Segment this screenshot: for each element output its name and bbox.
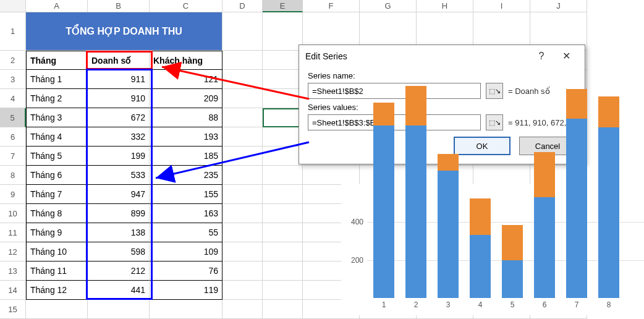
series-name-range-button[interactable]: ⬚↘	[486, 83, 503, 99]
cell-d1[interactable]	[222, 12, 263, 51]
cell-customers-7[interactable]: 155	[150, 185, 222, 204]
cell-revenue-8[interactable]: 899	[88, 204, 150, 223]
cell-customers-1[interactable]: 121	[150, 70, 222, 89]
cell-blank[interactable]	[222, 185, 263, 204]
row-header-14[interactable]: 14	[0, 281, 26, 300]
col-header-g[interactable]: G	[360, 0, 417, 12]
cell-month-8[interactable]: Tháng 8	[26, 204, 88, 223]
cell-month-11[interactable]: Tháng 11	[26, 262, 88, 281]
cell-month-7[interactable]: Tháng 7	[26, 185, 88, 204]
cell-revenue-12[interactable]: 441	[88, 281, 150, 300]
row-header-10[interactable]: 10	[0, 204, 26, 223]
cell-blank[interactable]	[263, 70, 303, 89]
cell-blank[interactable]	[263, 185, 303, 204]
cell-revenue-3[interactable]: 672	[88, 108, 150, 127]
col-header-c[interactable]: C	[150, 0, 222, 12]
row-header-6[interactable]: 6	[0, 127, 26, 147]
cell-d15[interactable]	[222, 300, 263, 319]
cell-blank[interactable]	[263, 204, 303, 223]
cell-d2[interactable]	[222, 51, 263, 70]
cell-customers-4[interactable]: 193	[150, 127, 222, 147]
col-header-j[interactable]: J	[530, 0, 587, 12]
cell-month-3[interactable]: Tháng 3	[26, 108, 88, 127]
cell-e15[interactable]	[263, 300, 303, 319]
cell-month-9[interactable]: Tháng 9	[26, 223, 88, 242]
chart-bar-7[interactable]	[566, 89, 587, 298]
row-header-9[interactable]: 9	[0, 185, 26, 204]
row-header-8[interactable]: 8	[0, 166, 26, 185]
cell-revenue-4[interactable]: 332	[88, 127, 150, 147]
row-header-2[interactable]: 2	[0, 51, 26, 70]
cell-b15[interactable]	[88, 300, 150, 319]
cell-blank[interactable]	[222, 242, 263, 262]
cell-customers-10[interactable]: 109	[150, 242, 222, 262]
table-title[interactable]: TỔNG HỢP DOANH THU	[26, 12, 222, 51]
cell-blank[interactable]	[263, 262, 303, 281]
row-header-15[interactable]: 15	[0, 300, 26, 319]
dialog-close-button[interactable]: ✕	[554, 47, 578, 66]
cell-customers-2[interactable]: 209	[150, 89, 222, 108]
cell-blank[interactable]	[222, 147, 263, 166]
chart-bar-3[interactable]	[438, 154, 459, 298]
cell-revenue-5[interactable]: 199	[88, 147, 150, 166]
row-header-3[interactable]: 3	[0, 70, 26, 89]
cell-revenue-2[interactable]: 910	[88, 89, 150, 108]
cell-blank[interactable]	[263, 108, 303, 127]
col-header-f[interactable]: F	[303, 0, 360, 12]
chart-bar-8[interactable]	[598, 96, 619, 298]
cell-customers-8[interactable]: 163	[150, 204, 222, 223]
cell-month-2[interactable]: Tháng 2	[26, 89, 88, 108]
cell-blank[interactable]	[222, 70, 263, 89]
chart-bar-5[interactable]	[502, 225, 523, 298]
cell-blank[interactable]	[263, 147, 303, 166]
col-header-a[interactable]: A	[26, 0, 88, 12]
cell-revenue-6[interactable]: 533	[88, 166, 150, 185]
cell-month-12[interactable]: Tháng 12	[26, 281, 88, 300]
cell-revenue-9[interactable]: 138	[88, 223, 150, 242]
row-header-4[interactable]: 4	[0, 89, 26, 108]
cell-a15[interactable]	[26, 300, 88, 319]
cell-c15[interactable]	[150, 300, 222, 319]
chart-bar-2[interactable]	[405, 86, 426, 298]
row-header-5[interactable]: 5	[0, 108, 26, 127]
cell-e1[interactable]	[263, 12, 303, 51]
cell-e2[interactable]	[263, 51, 303, 70]
chart-bar-1[interactable]	[373, 103, 394, 298]
row-header-11[interactable]: 11	[0, 223, 26, 242]
cell-blank[interactable]	[263, 166, 303, 185]
cell-blank[interactable]	[222, 223, 263, 242]
cell-customers-3[interactable]: 88	[150, 108, 222, 127]
header-month[interactable]: Tháng	[26, 51, 88, 70]
header-revenue[interactable]: Doanh số	[88, 51, 150, 70]
series-name-input[interactable]	[308, 83, 481, 99]
row-header-1[interactable]: 1	[0, 12, 26, 51]
col-header-b[interactable]: B	[88, 0, 150, 12]
cell-customers-9[interactable]: 55	[150, 223, 222, 242]
cell-blank[interactable]	[263, 89, 303, 108]
select-all-corner[interactable]	[0, 0, 26, 12]
cell-customers-5[interactable]: 185	[150, 147, 222, 166]
col-header-i[interactable]: I	[473, 0, 530, 12]
cell-revenue-11[interactable]: 212	[88, 262, 150, 281]
row-header-12[interactable]: 12	[0, 242, 26, 262]
dialog-help-button[interactable]: ?	[529, 47, 554, 66]
cell-revenue-10[interactable]: 598	[88, 242, 150, 262]
cell-customers-6[interactable]: 235	[150, 166, 222, 185]
chart-bar-6[interactable]	[534, 152, 555, 298]
cell-month-5[interactable]: Tháng 5	[26, 147, 88, 166]
cell-revenue-7[interactable]: 947	[88, 185, 150, 204]
cell-blank[interactable]	[222, 262, 263, 281]
cell-blank[interactable]	[263, 223, 303, 242]
cell-blank[interactable]	[222, 89, 263, 108]
chart-bar-4[interactable]	[470, 198, 491, 298]
cell-month-4[interactable]: Tháng 4	[26, 127, 88, 147]
cell-blank[interactable]	[263, 281, 303, 300]
cell-blank[interactable]	[222, 281, 263, 300]
cell-blank[interactable]	[263, 127, 303, 147]
cell-month-6[interactable]: Tháng 6	[26, 166, 88, 185]
cell-blank[interactable]	[303, 166, 360, 185]
header-customers[interactable]: Khách hàng	[150, 51, 222, 70]
cell-revenue-1[interactable]: 911	[88, 70, 150, 89]
cell-blank[interactable]	[263, 242, 303, 262]
cell-blank[interactable]	[222, 108, 263, 127]
